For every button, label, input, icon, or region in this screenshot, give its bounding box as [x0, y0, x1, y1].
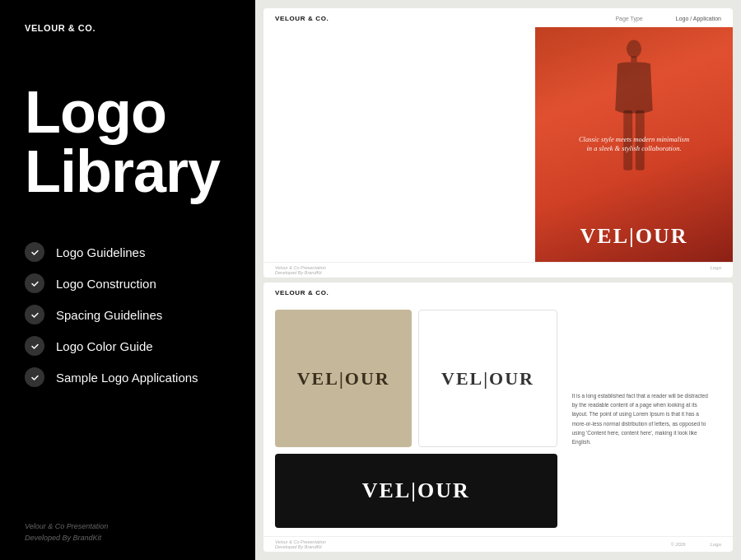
nav-item-sample-applications[interactable]: Sample Logo Applications [25, 367, 231, 387]
slide1-page-type: Page Type Logo / Application [615, 16, 721, 21]
logo-box-black: VEL|OUR [275, 454, 557, 528]
slide2-footer: Velour & Co Presentation Developed By Br… [263, 536, 733, 552]
page-type-label: Page Type [615, 16, 642, 21]
figure-silhouette-icon [609, 35, 659, 200]
svg-rect-6 [631, 56, 636, 62]
slide2-body: VEL|OUR VEL|OUR VEL|OUR It is a long est… [263, 301, 733, 536]
left-panel: VELOUR & CO. Logo Library Logo Guideline… [0, 0, 255, 560]
slide1-header: VELOUR & CO. Page Type Logo / Applicatio… [263, 8, 733, 27]
nav-check-icon-sample-applications [25, 367, 44, 387]
slide2-header: VELOUR & CO. [263, 282, 733, 301]
nav-item-label-logo-construction: Logo Construction [56, 277, 156, 291]
nav-item-label-logo-guidelines: Logo Guidelines [56, 245, 145, 259]
nav-item-logo-color-guide[interactable]: Logo Color Guide [25, 336, 231, 356]
slide1-footer-text: Velour & Co Presentation Developed By Br… [275, 265, 326, 275]
nav-check-icon-logo-guidelines [25, 242, 44, 262]
nav-item-logo-construction[interactable]: Logo Construction [25, 273, 231, 293]
fashion-bg: Classic style meets modern minimalism in… [535, 27, 733, 262]
slide1-brand: VELOUR & CO. [275, 15, 329, 22]
slide2-brand: VELOUR & CO. [275, 289, 329, 296]
logo-white-text: VEL|OUR [441, 368, 534, 390]
page-title: Logo Library [25, 82, 231, 201]
logo-black-text: VEL|OUR [362, 478, 470, 503]
slide1-body: Classic style meets modern minimalism in… [263, 27, 733, 262]
footer-line1: Velour & Co Presentation [25, 521, 108, 533]
slide1-quote: Classic style meets modern minimalism in… [576, 135, 692, 155]
nav-list: Logo Guidelines Logo Construction Spacin… [25, 242, 231, 387]
slide2-page-num: © 2026 [671, 542, 686, 547]
fashion-photo: Classic style meets modern minimalism in… [535, 27, 733, 262]
slide2-right-text: It is a long established fact that a rea… [564, 310, 721, 528]
slide2-footer-label: Logo [711, 542, 721, 547]
slide2-footer-text-block: Velour & Co Presentation Developed By Br… [275, 539, 326, 549]
slide1-footer: Velour & Co Presentation Developed By Br… [263, 262, 733, 278]
svg-point-5 [627, 40, 641, 58]
nav-check-icon-logo-color-guide [25, 336, 44, 356]
logo-top-row: VEL|OUR VEL|OUR [275, 310, 557, 447]
logo-boxes-col: VEL|OUR VEL|OUR VEL|OUR [275, 310, 557, 528]
logo-box-tan: VEL|OUR [275, 310, 412, 447]
left-brand: VELOUR & CO. [25, 23, 231, 33]
slide1-footer-label: Logo [711, 265, 721, 275]
page-type-value: Logo / Application [676, 16, 721, 21]
nav-check-icon-spacing-guidelines [25, 305, 44, 324]
slide-card-2: VELOUR & CO. VEL|OUR VEL|OUR VEL|OUR [263, 282, 733, 552]
left-footer: Velour & Co Presentation Developed By Br… [25, 521, 108, 544]
nav-item-label-sample-applications: Sample Logo Applications [56, 371, 198, 385]
nav-item-logo-guidelines[interactable]: Logo Guidelines [25, 242, 231, 262]
nav-item-label-spacing-guidelines: Spacing Guidelines [56, 308, 162, 322]
nav-item-spacing-guidelines[interactable]: Spacing Guidelines [25, 305, 231, 324]
slide1-logo: VEL|OUR [580, 224, 688, 249]
logo-box-white: VEL|OUR [418, 310, 557, 447]
nav-check-icon-logo-construction [25, 273, 44, 293]
right-panel: VELOUR & CO. Page Type Logo / Applicatio… [255, 0, 741, 560]
lorem-paragraph: It is a long established fact that a rea… [572, 391, 713, 446]
slide-card-1: VELOUR & CO. Page Type Logo / Applicatio… [263, 8, 733, 278]
footer-line2: Developed By BrandKit [25, 533, 108, 544]
nav-item-label-logo-color-guide: Logo Color Guide [56, 339, 153, 353]
logo-row-with-text: VEL|OUR VEL|OUR VEL|OUR It is a long est… [275, 310, 721, 528]
logo-tan-text: VEL|OUR [297, 368, 390, 390]
